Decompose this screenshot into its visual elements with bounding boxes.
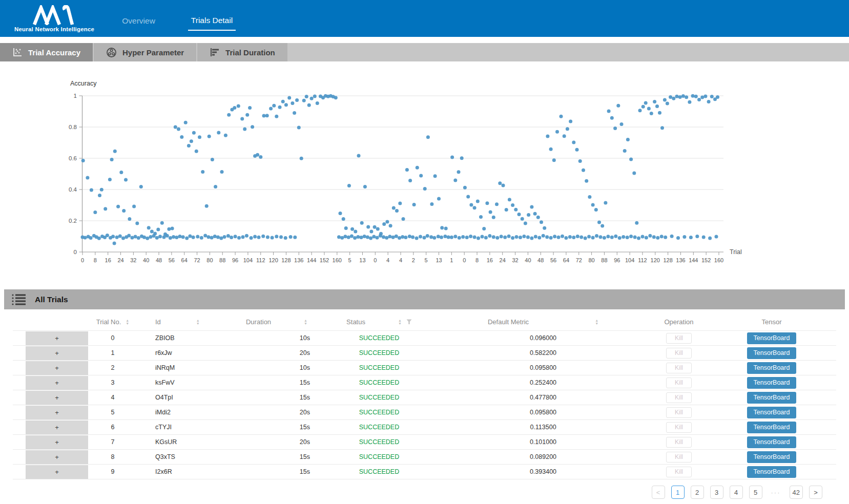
- scatter-point[interactable]: [610, 116, 614, 120]
- column-header-trial-no[interactable]: Trial No. ▲▼: [90, 318, 136, 326]
- expand-row-button[interactable]: +: [26, 346, 88, 360]
- scatter-point[interactable]: [647, 107, 651, 111]
- scatter-point[interactable]: [90, 188, 93, 192]
- pagination-page-1[interactable]: 1: [671, 486, 685, 499]
- scatter-point[interactable]: [453, 179, 457, 182]
- scatter-point[interactable]: [702, 236, 706, 239]
- scatter-point[interactable]: [707, 100, 711, 103]
- scatter-point[interactable]: [578, 159, 582, 163]
- expand-row-button[interactable]: +: [26, 391, 88, 405]
- scatter-point[interactable]: [291, 101, 294, 105]
- scatter-point[interactable]: [645, 236, 648, 239]
- scatter-point[interactable]: [560, 115, 563, 118]
- scatter-point[interactable]: [527, 213, 530, 217]
- scatter-point[interactable]: [347, 184, 351, 187]
- sort-icon[interactable]: ▲▼: [196, 319, 200, 325]
- scatter-point[interactable]: [576, 235, 579, 238]
- kill-button[interactable]: Kill: [666, 333, 692, 344]
- scatter-point[interactable]: [492, 235, 495, 239]
- scatter-point[interactable]: [206, 235, 210, 239]
- scatter-point[interactable]: [248, 106, 252, 110]
- scatter-point[interactable]: [89, 236, 93, 240]
- scatter-point[interactable]: [411, 236, 415, 239]
- nav-overview[interactable]: Overview: [119, 14, 158, 30]
- sort-icon[interactable]: ▲▼: [304, 319, 307, 325]
- scatter-point[interactable]: [465, 236, 469, 239]
- scatter-point[interactable]: [233, 106, 236, 110]
- scatter-point[interactable]: [339, 212, 342, 215]
- scatter-point[interactable]: [347, 236, 350, 239]
- scatter-point[interactable]: [192, 131, 196, 135]
- scatter-point[interactable]: [505, 208, 508, 212]
- scatter-point[interactable]: [479, 215, 483, 219]
- scatter-point[interactable]: [97, 237, 101, 240]
- scatter-point[interactable]: [219, 236, 223, 240]
- scatter-point[interactable]: [376, 236, 379, 239]
- scatter-point[interactable]: [587, 235, 591, 239]
- scatter-point[interactable]: [495, 236, 499, 240]
- scatter-point[interactable]: [398, 236, 401, 240]
- scatter-point[interactable]: [498, 181, 502, 185]
- scatter-point[interactable]: [703, 94, 707, 98]
- scatter-point[interactable]: [275, 235, 278, 238]
- expand-row-button[interactable]: +: [26, 435, 88, 449]
- scatter-point[interactable]: [599, 235, 603, 239]
- scatter-point[interactable]: [542, 234, 545, 238]
- scatter-point[interactable]: [369, 236, 372, 240]
- scatter-point[interactable]: [453, 235, 457, 238]
- scatter-point[interactable]: [272, 104, 276, 108]
- scatter-point[interactable]: [350, 227, 354, 231]
- scatter-point[interactable]: [700, 96, 704, 99]
- scatter-point[interactable]: [223, 235, 226, 239]
- scatter-point[interactable]: [641, 105, 645, 109]
- expand-row-button[interactable]: +: [26, 361, 88, 375]
- scatter-point[interactable]: [305, 95, 308, 98]
- tensorboard-button[interactable]: TensorBoard: [747, 466, 796, 478]
- scatter-point[interactable]: [130, 236, 134, 239]
- scatter-point[interactable]: [443, 235, 447, 238]
- tab-hyper-parameter[interactable]: Hyper Parameter: [94, 43, 196, 61]
- scatter-point[interactable]: [139, 185, 143, 188]
- scatter-point[interactable]: [629, 158, 633, 161]
- scatter-point[interactable]: [156, 228, 160, 232]
- scatter-point[interactable]: [119, 171, 123, 174]
- scatter-point[interactable]: [607, 109, 611, 113]
- scatter-point[interactable]: [334, 96, 338, 99]
- scatter-point[interactable]: [526, 236, 530, 239]
- expand-row-button[interactable]: +: [26, 406, 88, 419]
- scatter-point[interactable]: [190, 139, 193, 143]
- scatter-point[interactable]: [500, 235, 503, 238]
- pagination-page-5[interactable]: 5: [749, 486, 762, 499]
- kill-button[interactable]: Kill: [666, 437, 692, 448]
- scatter-point[interactable]: [118, 234, 122, 238]
- scatter-point[interactable]: [595, 234, 598, 238]
- scatter-point[interactable]: [540, 220, 543, 224]
- scatter-point[interactable]: [116, 205, 120, 208]
- scatter-point[interactable]: [266, 236, 270, 239]
- scatter-point[interactable]: [514, 208, 517, 212]
- scatter-point[interactable]: [620, 122, 624, 126]
- scatter-point[interactable]: [208, 135, 211, 138]
- scatter-point[interactable]: [638, 109, 642, 112]
- scatter-point[interactable]: [201, 170, 204, 174]
- scatter-point[interactable]: [553, 235, 556, 238]
- scatter-point[interactable]: [437, 235, 440, 238]
- kill-button[interactable]: Kill: [666, 467, 692, 477]
- scatter-point[interactable]: [537, 236, 541, 239]
- scatter-point[interactable]: [561, 235, 564, 238]
- kill-button[interactable]: Kill: [666, 452, 692, 463]
- scatter-point[interactable]: [251, 125, 254, 129]
- tab-trial-duration[interactable]: Trial Duration: [197, 43, 287, 61]
- scatter-point[interactable]: [243, 128, 246, 131]
- pagination-page-3[interactable]: 3: [710, 486, 723, 499]
- scatter-point[interactable]: [342, 217, 345, 221]
- scatter-point[interactable]: [557, 236, 561, 239]
- scatter-point[interactable]: [211, 158, 214, 161]
- scatter-point[interactable]: [635, 221, 638, 225]
- scatter-point[interactable]: [564, 236, 568, 240]
- scatter-point[interactable]: [391, 236, 395, 239]
- scatter-point[interactable]: [412, 203, 416, 206]
- scatter-point[interactable]: [419, 235, 422, 239]
- scatter-point[interactable]: [155, 236, 159, 240]
- tensorboard-button[interactable]: TensorBoard: [747, 362, 796, 374]
